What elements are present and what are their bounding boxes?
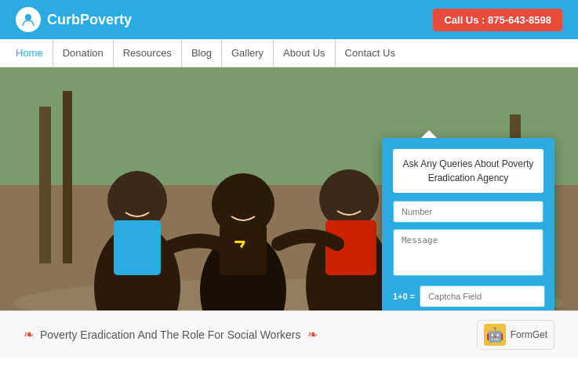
nav-item-about[interactable]: About Us [274, 39, 335, 67]
formget-badge[interactable]: 🤖 FormGet [477, 320, 554, 350]
message-input[interactable] [393, 229, 543, 276]
footer-text: ❧ Poverty Eradication And The Role For S… [24, 327, 318, 342]
call-button[interactable]: Call Us : 875-643-8598 [433, 9, 562, 31]
svg-rect-3 [39, 107, 51, 263]
footer-left-icon: ❧ [24, 327, 34, 342]
nav-item-blog[interactable]: Blog [182, 39, 222, 67]
navigation: Home Donation Resources Blog Gallery Abo… [0, 39, 578, 67]
svg-rect-4 [63, 91, 72, 263]
logo-icon [16, 7, 41, 32]
footer-right-icon: ❧ [307, 327, 318, 342]
hero-section: 7 Ask Any Queries About Poverty Eradicat… [0, 67, 578, 310]
number-input[interactable] [393, 201, 543, 223]
nav-item-donation[interactable]: Donation [53, 39, 114, 67]
logo-text: CurbPoverty [47, 12, 132, 28]
nav-item-gallery[interactable]: Gallery [222, 39, 274, 67]
svg-point-15 [319, 169, 379, 229]
captcha-label: 1+0 = [393, 292, 415, 301]
captcha-input[interactable] [420, 285, 545, 307]
svg-point-0 [25, 14, 31, 20]
form-heading: Ask Any Queries About Poverty Eradicatio… [393, 149, 543, 193]
nav-item-home[interactable]: Home [16, 39, 53, 67]
nav-item-contact[interactable]: Contact Us [336, 39, 405, 67]
contact-form: Ask Any Queries About Poverty Eradicatio… [382, 138, 554, 310]
nav-item-resources[interactable]: Resources [114, 39, 182, 67]
logo: CurbPoverty [16, 7, 132, 32]
header: CurbPoverty Call Us : 875-643-8598 [0, 0, 578, 39]
svg-rect-9 [114, 220, 161, 275]
formget-robot-icon: 🤖 [484, 324, 506, 346]
captcha-row: 1+0 = [393, 285, 543, 307]
formget-label: FormGet [511, 329, 547, 340]
footer-bar: ❧ Poverty Eradication And The Role For S… [0, 310, 578, 358]
